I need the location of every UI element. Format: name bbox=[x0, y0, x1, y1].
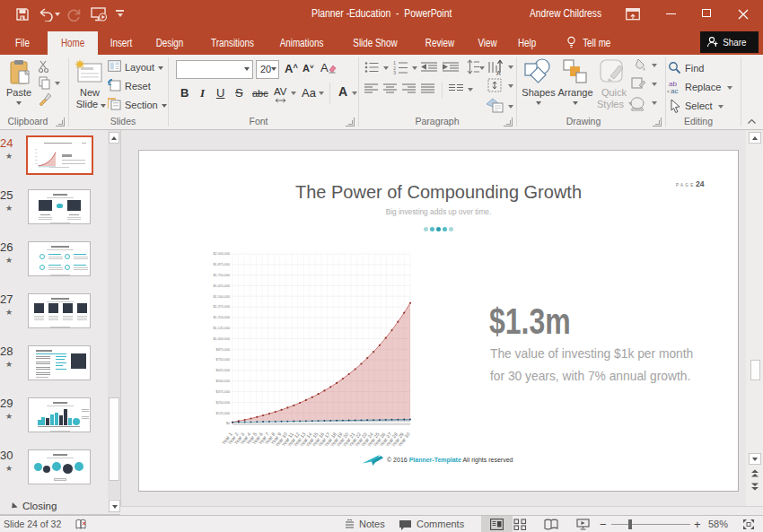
svg-text:A: A bbox=[320, 61, 329, 74]
svg-text:$250,000: $250,000 bbox=[216, 401, 230, 405]
svg-text:$625,000: $625,000 bbox=[216, 369, 230, 372]
svg-text:$2,000,000: $2,000,000 bbox=[214, 252, 230, 256]
svg-text:$0: $0 bbox=[226, 422, 230, 425]
svg-text:$1,125,000: $1,125,000 bbox=[214, 327, 230, 330]
svg-text:$1,000,000: $1,000,000 bbox=[214, 337, 230, 341]
svg-text:$1,625,000: $1,625,000 bbox=[214, 284, 230, 288]
svg-text:$375,000: $375,000 bbox=[216, 390, 230, 394]
svg-text:$500,000: $500,000 bbox=[216, 379, 230, 383]
svg-text:$125,000: $125,000 bbox=[216, 412, 230, 415]
svg-text:$1,500,000: $1,500,000 bbox=[214, 295, 230, 299]
svg-text:$875,000: $875,000 bbox=[216, 348, 230, 352]
svg-text:$750,000: $750,000 bbox=[216, 358, 230, 362]
svg-text:$1,250,000: $1,250,000 bbox=[214, 316, 230, 319]
svg-text:$1,375,000: $1,375,000 bbox=[214, 305, 230, 309]
svg-text:$1,750,000: $1,750,000 bbox=[214, 274, 230, 277]
svg-text:$1,875,000: $1,875,000 bbox=[214, 263, 230, 266]
